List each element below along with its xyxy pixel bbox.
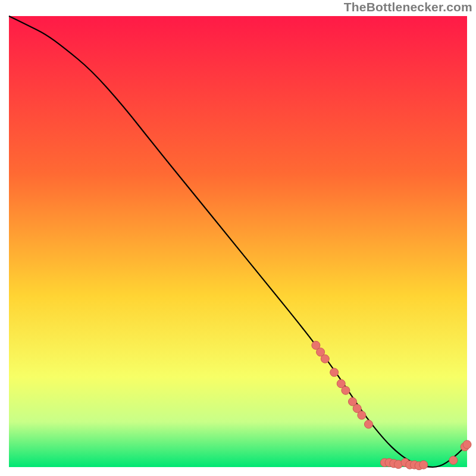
watermark-text: TheBottlenecker.com [344, 0, 472, 14]
data-point [463, 440, 471, 449]
bottleneck-chart [0, 0, 476, 476]
chart-stage: TheBottlenecker.com [0, 0, 476, 476]
data-point [449, 456, 458, 465]
data-point [321, 355, 329, 363]
data-point [364, 420, 372, 428]
data-point [342, 386, 350, 394]
data-point [419, 461, 428, 469]
data-point [358, 411, 366, 419]
data-point [330, 368, 339, 377]
gradient-background [9, 16, 467, 467]
